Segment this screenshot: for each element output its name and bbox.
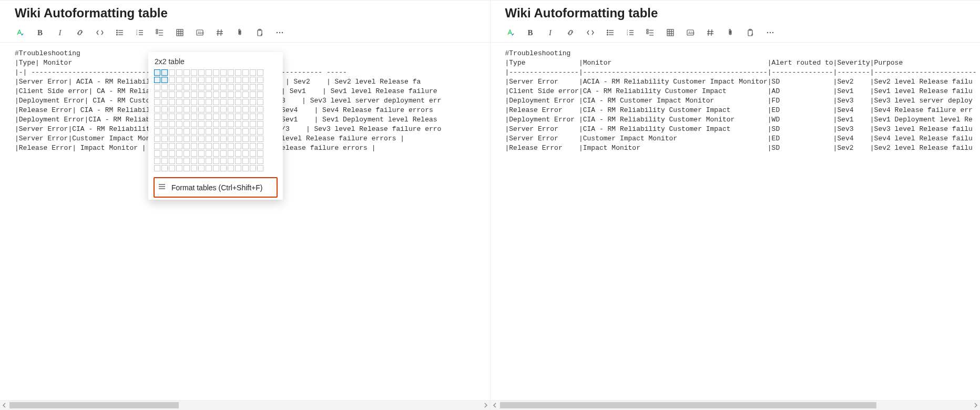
grid-cell[interactable] (235, 91, 241, 98)
grid-cell[interactable] (250, 91, 256, 98)
grid-cell[interactable] (213, 69, 219, 76)
grid-cell[interactable] (191, 150, 197, 157)
grid-cell[interactable] (206, 77, 212, 83)
grid-cell[interactable] (235, 136, 241, 142)
code-icon[interactable] (585, 27, 596, 38)
grid-cell[interactable] (228, 91, 234, 98)
grid-cell[interactable] (198, 106, 205, 112)
grid-cell[interactable] (220, 143, 227, 149)
grid-cell[interactable] (228, 121, 234, 127)
clipboard-icon[interactable] (745, 27, 756, 38)
grid-cell[interactable] (213, 128, 219, 135)
grid-cell[interactable] (198, 128, 205, 135)
grid-cell[interactable] (161, 91, 168, 98)
grid-cell[interactable] (198, 84, 205, 90)
grid-cell[interactable] (235, 106, 241, 112)
grid-cell[interactable] (250, 69, 256, 76)
grid-cell[interactable] (183, 121, 190, 127)
table-grid-picker[interactable] (154, 69, 278, 172)
grid-cell[interactable] (242, 114, 249, 120)
grid-cell[interactable] (169, 114, 175, 120)
grid-cell[interactable] (176, 121, 182, 127)
grid-cell[interactable] (257, 69, 263, 76)
grid-cell[interactable] (161, 121, 168, 127)
scroll-right-icon[interactable] (481, 401, 490, 410)
grid-cell[interactable] (228, 150, 234, 157)
grid-cell[interactable] (161, 99, 168, 105)
grid-cell[interactable] (228, 106, 234, 112)
grid-cell[interactable] (198, 69, 205, 76)
grid-cell[interactable] (176, 91, 182, 98)
grid-cell[interactable] (206, 136, 212, 142)
grid-cell[interactable] (206, 69, 212, 76)
grid-cell[interactable] (220, 99, 227, 105)
grid-cell[interactable] (161, 158, 168, 164)
grid-cell[interactable] (154, 143, 160, 149)
grid-cell[interactable] (220, 106, 227, 112)
grid-cell[interactable] (198, 165, 205, 171)
editor-line[interactable]: |-----------------|---------------------… (505, 68, 981, 77)
grid-cell[interactable] (161, 106, 168, 112)
scroll-right-icon[interactable] (971, 401, 980, 410)
grid-cell[interactable] (213, 136, 219, 142)
grid-cell[interactable] (191, 158, 197, 164)
grid-cell[interactable] (257, 150, 263, 157)
grid-cell[interactable] (257, 136, 263, 142)
grid-cell[interactable] (235, 128, 241, 135)
grid-cell[interactable] (198, 121, 205, 127)
grid-cell[interactable] (198, 114, 205, 120)
editor-line[interactable]: |Server Error |Customer Impact Monitor |… (505, 134, 981, 144)
table-icon[interactable] (175, 27, 185, 38)
grid-cell[interactable] (176, 114, 182, 120)
grid-cell[interactable] (161, 136, 168, 142)
grid-cell[interactable] (250, 143, 256, 149)
editor-right[interactable]: #Troubleshooting|Type |Monitor |Alert ro… (491, 43, 981, 159)
grid-cell[interactable] (206, 99, 212, 105)
strikethrough-icon[interactable]: Abc (195, 27, 205, 38)
hash-icon[interactable] (705, 27, 716, 38)
numbered-list-icon[interactable]: 123 (625, 27, 636, 38)
grid-cell[interactable] (213, 143, 219, 149)
format-tables-button[interactable]: Format tables (Ctrl+Shift+F) (154, 177, 278, 198)
grid-cell[interactable] (169, 121, 175, 127)
grid-cell[interactable] (176, 128, 182, 135)
grid-cell[interactable] (213, 99, 219, 105)
grid-cell[interactable] (250, 165, 256, 171)
grid-cell[interactable] (213, 84, 219, 90)
grid-cell[interactable] (213, 121, 219, 127)
grid-cell[interactable] (257, 99, 263, 105)
grid-cell[interactable] (183, 136, 190, 142)
grid-cell[interactable] (257, 77, 263, 83)
grid-cell[interactable] (228, 84, 234, 90)
grid-cell[interactable] (213, 114, 219, 120)
grid-cell[interactable] (250, 106, 256, 112)
grid-cell[interactable] (183, 106, 190, 112)
bold-icon[interactable]: B (35, 27, 45, 38)
grid-cell[interactable] (250, 150, 256, 157)
grid-cell[interactable] (250, 99, 256, 105)
grid-cell[interactable] (176, 136, 182, 142)
grid-cell[interactable] (169, 128, 175, 135)
grid-cell[interactable] (206, 84, 212, 90)
bullet-list-icon[interactable] (115, 27, 125, 38)
grid-cell[interactable] (242, 121, 249, 127)
table-icon[interactable] (665, 27, 676, 38)
grid-cell[interactable] (257, 158, 263, 164)
grid-cell[interactable] (213, 150, 219, 157)
grid-cell[interactable] (228, 158, 234, 164)
grid-cell[interactable] (183, 150, 190, 157)
italic-icon[interactable]: I (545, 27, 556, 38)
grid-cell[interactable] (257, 84, 263, 90)
grid-cell[interactable] (250, 84, 256, 90)
grid-cell[interactable] (213, 106, 219, 112)
grid-cell[interactable] (250, 128, 256, 135)
grid-cell[interactable] (235, 77, 241, 83)
grid-cell[interactable] (235, 84, 241, 90)
grid-cell[interactable] (191, 128, 197, 135)
grid-cell[interactable] (176, 158, 182, 164)
grid-cell[interactable] (191, 165, 197, 171)
grid-cell[interactable] (206, 121, 212, 127)
grid-cell[interactable] (213, 77, 219, 83)
grid-cell[interactable] (235, 165, 241, 171)
grid-cell[interactable] (235, 121, 241, 127)
